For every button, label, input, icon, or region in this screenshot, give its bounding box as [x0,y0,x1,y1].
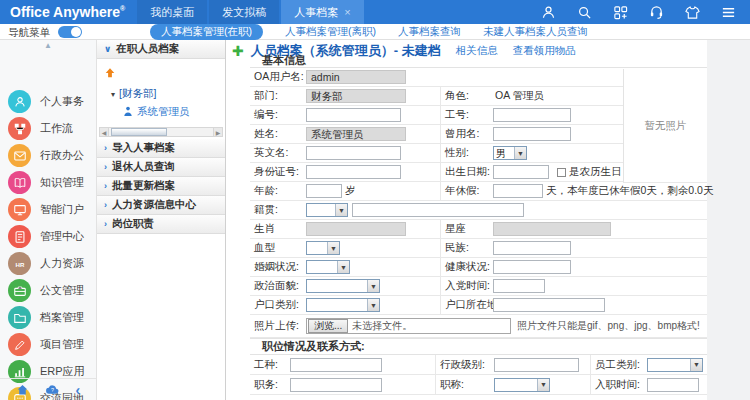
work-no-input[interactable] [493,108,571,122]
mgmt-center-icon [8,225,31,248]
panel-hr-info-center[interactable]: ›人力资源信息中心 [97,196,225,215]
native-place-select[interactable]: ▼ [306,203,348,217]
code-input[interactable] [306,108,401,122]
oa-user-field: admin [306,70,406,84]
panel-retired-query[interactable]: ›退休人员查询 [97,158,225,177]
tree-node-user[interactable]: 系统管理员 [123,103,190,121]
dropdown-icon: ▼ [690,359,702,371]
book-icon [8,171,31,194]
tab-my-desktop[interactable]: 我的桌面 [137,0,207,24]
admin-level-input[interactable] [494,358,579,372]
sidebar-item-mgmt-center[interactable]: 管理中心 [0,223,96,250]
tree-collapse-icon[interactable] [104,65,116,83]
role-value: OA 管理员 [493,89,544,103]
scroll-right-icon[interactable]: ▶ [213,128,222,136]
blood-type-select[interactable]: ▼ [306,241,340,255]
subnav: 导航菜单 人事档案管理(在职) 人事档案管理(离职) 人事档案查询 未建人事档案… [0,24,750,40]
personal-affairs-icon [8,90,31,113]
sidebar-scroll-up-icon[interactable]: ▲ [0,42,96,50]
birthday-input[interactable] [493,165,549,179]
lunar-birthday-checkbox[interactable] [557,168,566,177]
folder-icon [8,306,31,329]
row-id-birth: 身份证号: 出生日期:是农历生日 [250,163,623,182]
employee-type-select[interactable]: ▼ [647,358,703,372]
panel-job-duty[interactable]: ›岗位职责 [97,215,225,234]
english-name-input[interactable] [306,146,401,160]
app-logo[interactable]: Office Anywhere® [0,4,135,20]
position-input[interactable] [290,378,382,392]
panel-import-archives[interactable]: ›导入人事档案 [97,139,225,158]
row-political-party: 政治面貌:▼ 入党时间: [250,277,707,296]
annual-leave-input[interactable] [493,184,543,198]
panel-batch-update[interactable]: ›批量更新档案 [97,177,225,196]
row-marital-health: 婚姻状况:▼ 健康状况: [250,258,707,277]
support-icon[interactable] [649,5,664,20]
subtab-archive-query[interactable]: 人事档案查询 [398,25,461,39]
home-icon[interactable] [16,383,29,396]
marital-select[interactable]: ▼ [306,260,350,274]
dropdown-icon: ▼ [367,299,379,311]
hire-date-input[interactable] [647,378,699,392]
political-select[interactable]: ▼ [306,279,380,293]
age-input[interactable] [306,184,342,198]
panel-active-archives[interactable]: ∨ 在职人员档案 [97,40,225,59]
tab-doc-draft[interactable]: 发文拟稿 [209,0,279,24]
menu-icon[interactable] [721,5,736,20]
party-date-input[interactable] [493,279,545,293]
job-title-select[interactable]: ▼ [494,378,550,392]
health-input[interactable] [493,260,571,274]
close-icon[interactable]: × [344,7,350,18]
subtab-no-archive-query[interactable]: 未建人事档案人员查询 [483,25,588,39]
row-hukou: 户口类别:▼ 户口所在地: [250,296,707,315]
topbar: Office Anywhere® 我的桌面 发文拟稿 人事档案 × [0,0,750,24]
section-position-contact: 职位情况及联系方式: [250,338,707,355]
subtab-archive-resigned[interactable]: 人事档案管理(离职) [285,25,376,39]
tab-hr-archive[interactable]: 人事档案 × [281,0,363,24]
row-age-leave: 年龄:岁 年休假:天，本年度已休年假0天，剩余0.0天 [250,182,707,201]
browse-button[interactable]: 浏览... [308,319,348,333]
collapse-sidebar-icon[interactable]: ‹ [75,383,80,397]
sidebar-item-official-doc[interactable]: 公文管理 [0,277,96,304]
tree-hscrollbar[interactable]: ◀ ▶ [99,127,223,137]
cloud-icon[interactable]: ? [45,383,60,396]
id-number-input[interactable] [306,165,401,179]
sidebar-item-hr[interactable]: HR 人力资源 [0,250,96,277]
native-place-input[interactable] [352,203,524,217]
add-icon[interactable]: ✚ [232,44,244,58]
row-oa-user: OA用户名: admin [250,68,623,87]
work-type-input[interactable] [290,358,382,372]
envelope-icon [8,144,31,167]
nav-menu-toggle[interactable] [58,26,82,38]
scroll-left-icon[interactable]: ◀ [100,128,109,136]
section-basic-info: 基本信息 [250,54,707,68]
photo-file-input[interactable]: 浏览... 未选择文件。 [306,318,511,334]
hukou-type-select[interactable]: ▼ [306,298,380,312]
sidebar-item-knowledge[interactable]: 知识管理 [0,169,96,196]
employee-form: 基本信息 OA用户名: admin 部门:财务部 角色:OA 管理员 编号: 工… [250,54,707,395]
sidebar-item-admin-office[interactable]: 行政办公 [0,142,96,169]
apps-icon[interactable] [613,5,628,20]
tree-expander-icon[interactable]: ▾ [111,90,115,99]
sidebar-item-workflow[interactable]: 工作流 [0,115,96,142]
scrollbar-thumb[interactable] [111,128,167,136]
photo-placeholder: 暂无照片 [623,69,707,183]
sidebar-item-personal[interactable]: 个人事务 [0,88,96,115]
user-icon[interactable] [541,5,556,20]
person-icon [123,103,133,121]
theme-icon[interactable] [685,5,700,20]
dropdown-icon: ▼ [537,379,549,391]
zodiac-field [306,222,406,236]
former-name-input[interactable] [493,127,571,141]
sidebar-item-project[interactable]: 项目管理 [0,331,96,358]
tree-panel: ∨ 在职人员档案 ▾ [财务部] 系统管理员 ◀ ▶ ›导入人事档案 ›退休人员… [97,40,226,400]
gender-select[interactable]: 男▼ [493,146,527,160]
sidebar-item-archives[interactable]: 档案管理 [0,304,96,331]
search-icon[interactable] [577,5,592,20]
tree-node-dept[interactable]: ▾ [财务部] [111,87,156,101]
subtab-archive-active[interactable]: 人事档案管理(在职) [150,24,263,40]
svg-text:HR: HR [15,260,24,267]
sidebar-item-portal[interactable]: 智能门户 [0,196,96,223]
dropdown-icon: ▼ [327,242,339,254]
ethnicity-input[interactable] [493,241,571,255]
hukou-location-input[interactable] [493,298,605,312]
